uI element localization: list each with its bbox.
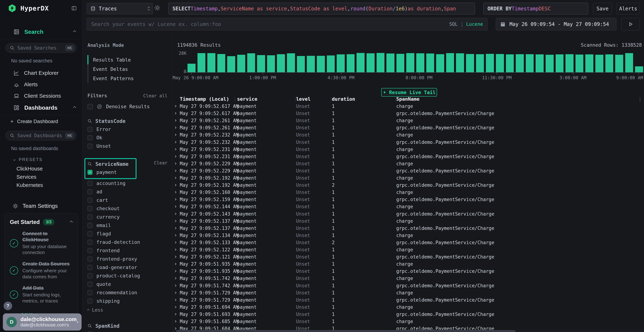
table-row[interactable]: May 27 9:09:52.232 AMpaymentUnset1charge (173, 131, 644, 138)
get-started-item[interactable]: ✓Add DataStart sending logs, metrics, or… (10, 285, 72, 304)
filter-option-recommendation[interactable]: recommendation (88, 288, 168, 297)
checkbox[interactable] (88, 214, 92, 220)
table-row[interactable]: May 27 9:09:51.729 AMpaymentUnset1grpc.o… (173, 296, 644, 304)
results-histogram[interactable] (188, 52, 643, 72)
get-started-item[interactable]: ✓Connect to ClickHouseSet up your databa… (10, 231, 72, 256)
denoise-checkbox[interactable] (88, 104, 93, 109)
filter-option-frontend[interactable]: frontend (88, 246, 168, 255)
preset-clickhouse[interactable]: ClickHouse (0, 164, 82, 173)
checkbox[interactable]: ✓ (88, 170, 92, 175)
checkbox[interactable] (88, 290, 92, 295)
magnifier-icon[interactable] (88, 324, 92, 328)
filter-option-quote[interactable]: quote (88, 280, 168, 288)
column-header-spanname[interactable]: SpanName (396, 96, 420, 102)
event-search-input[interactable]: SQL | Lucene (87, 18, 488, 30)
checkbox[interactable] (88, 298, 92, 304)
filter-option-unset[interactable]: Unset (88, 142, 168, 150)
show-less-button[interactable]: Less (88, 306, 168, 314)
table-row[interactable]: May 27 9:09:52.229 AMpaymentUnset1grpc.o… (173, 167, 644, 174)
checkbox[interactable] (88, 189, 92, 194)
denoise-results-toggle[interactable]: Denoise Results (88, 104, 172, 109)
run-query-button[interactable] (621, 18, 640, 30)
table-row[interactable]: May 27 9:09:52.231 AMpaymentUnset1charge (173, 146, 644, 153)
table-row[interactable]: May 27 9:09:52.261 AMpaymentUnset1charge (173, 117, 644, 124)
source-select[interactable]: Traces (87, 3, 153, 14)
saved-searches-input[interactable]: ⌘K (5, 43, 77, 53)
filter-option-error[interactable]: Error (88, 125, 168, 134)
table-row[interactable]: May 27 9:09:52.229 AMpaymentUnset1charge (173, 160, 644, 167)
clear-filter-button[interactable]: Clear (154, 160, 168, 166)
column-separator[interactable]: ⋮ (394, 96, 398, 102)
checkbox[interactable] (88, 240, 92, 245)
table-row[interactable]: May 27 9:09:52.231 AMpaymentUnset1grpc.o… (173, 153, 644, 160)
help-button[interactable]: ? (4, 302, 12, 310)
column-header-level[interactable]: level (296, 96, 310, 102)
sql-query-editor[interactable]: SELECT Timestamp, ServiceName as service… (168, 3, 475, 14)
filter-option-product-catalog[interactable]: product-catalog (88, 272, 168, 280)
column-header-timestamp-local-[interactable]: Timestamp (Local) (180, 96, 229, 102)
checkbox[interactable] (88, 231, 92, 236)
checkbox[interactable] (88, 265, 92, 270)
filter-option-client[interactable]: Client (88, 330, 168, 332)
filter-option-flagd[interactable]: flagd (88, 230, 168, 238)
filter-option-cart[interactable]: cart (88, 196, 168, 204)
table-row[interactable]: May 27 9:09:52.192 AMpaymentUnset2grpc.o… (173, 182, 644, 189)
source-settings-button[interactable] (154, 5, 160, 11)
table-row[interactable]: May 27 9:09:52.160 AMpaymentUnset1charge (173, 188, 644, 196)
order-by-editor[interactable]: ORDER BY Timestamp DESC (483, 3, 588, 14)
table-row[interactable]: May 27 9:09:51.693 AMpaymentUnset1grpc.o… (173, 310, 644, 318)
preset-kubernetes[interactable]: Kubernetes (0, 181, 82, 189)
horizontal-scrollbar[interactable] (173, 330, 644, 332)
checkbox[interactable] (88, 206, 92, 211)
checkbox[interactable] (88, 248, 92, 253)
column-header-service[interactable]: service (237, 96, 258, 102)
resume-live-tail-button[interactable]: Resume Live Tail (381, 88, 437, 96)
sidebar-item-search[interactable]: Search (0, 26, 82, 38)
table-row[interactable]: May 27 9:09:52.137 AMpaymentUnset1grpc.o… (173, 224, 644, 232)
filter-option-checkout[interactable]: checkout (88, 204, 168, 213)
scrollbar-thumb[interactable] (176, 330, 515, 332)
sql-mode-button[interactable]: SQL (449, 22, 458, 27)
filter-option-fraud-detection[interactable]: fraud-detection (88, 238, 168, 246)
column-separator[interactable]: ⋮ (293, 96, 298, 102)
table-row[interactable]: May 27 9:09:51.742 AMpaymentUnset1grpc.o… (173, 282, 644, 289)
saved-dashboards-input[interactable]: ⌘K (5, 131, 77, 140)
presets-toggle[interactable]: PRESETS (14, 157, 82, 162)
table-row[interactable]: May 27 9:09:51.742 AMpaymentUnset1charge (173, 274, 644, 282)
table-row[interactable]: May 27 9:09:52.159 AMpaymentUnset1grpc.o… (173, 196, 644, 203)
column-header-duration[interactable]: duration (332, 96, 355, 102)
panel-collapse-icon[interactable] (72, 6, 77, 11)
checkbox[interactable] (88, 181, 92, 186)
analysis-mode-event-deltas[interactable]: Event Deltas (88, 64, 172, 74)
checkbox[interactable] (88, 273, 92, 278)
table-row[interactable]: May 27 9:09:51.935 AMpaymentUnset1charge (173, 260, 644, 268)
filter-option-ad[interactable]: ad (88, 188, 168, 196)
sidebar-item-dashboards[interactable]: Dashboards (0, 102, 82, 114)
checkbox[interactable] (88, 256, 92, 262)
table-row[interactable]: May 27 9:09:51.935 AMpaymentUnset1grpc.o… (173, 268, 644, 275)
table-row[interactable]: May 27 9:09:52.133 AMpaymentUnset2grpc.o… (173, 239, 644, 246)
table-row[interactable]: May 27 9:09:52.134 AMpaymentUnset1charge (173, 232, 644, 239)
filter-option-payment[interactable]: ✓payment (88, 168, 128, 176)
table-row[interactable]: May 27 9:09:52.137 AMpaymentUnset1charge (173, 217, 644, 225)
lucene-mode-button[interactable]: Lucene (466, 22, 483, 27)
magnifier-icon[interactable] (88, 162, 92, 166)
checkbox[interactable] (88, 282, 92, 287)
table-row[interactable]: May 27 9:09:52.143 AMpaymentUnset1grpc.o… (173, 210, 644, 218)
sidebar-item-team-settings[interactable]: Team Settings (0, 200, 82, 212)
filter-option-email[interactable]: email (88, 221, 168, 230)
get-started-header[interactable]: Get Started 3/3 (10, 219, 72, 226)
sidebar-item-client-sessions[interactable]: Client Sessions (0, 90, 82, 102)
save-button[interactable]: Save (593, 3, 612, 14)
filter-option-ok[interactable]: Ok (88, 134, 168, 142)
get-started-item[interactable]: ✓Create Data SourcesConfigure where your… (10, 261, 72, 280)
table-row[interactable]: May 27 9:09:52.232 AMpaymentUnset1grpc.o… (173, 138, 644, 146)
checkbox[interactable] (88, 135, 92, 140)
table-row[interactable]: May 27 9:09:52.617 AMpaymentUnset1charge (173, 102, 644, 110)
date-range-picker[interactable]: May 26 09:09:54 - May 27 09:09:54 (496, 18, 616, 30)
event-search-field[interactable] (91, 21, 449, 27)
table-row[interactable]: May 27 9:09:51.685 AMpaymentUnset1charge (173, 318, 644, 325)
magnifier-icon[interactable] (88, 119, 92, 124)
analysis-mode-results-table[interactable]: Results Table (88, 55, 172, 64)
sidebar-item-alerts[interactable]: Alerts (0, 79, 82, 90)
